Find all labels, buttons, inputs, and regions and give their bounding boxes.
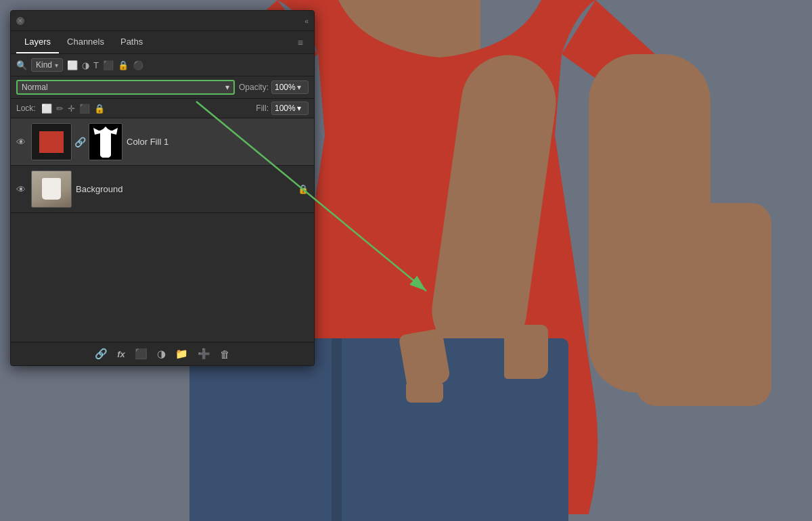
layer-visibility-icon-0[interactable]: 👁 (16, 137, 27, 148)
bg-thumb-shirt (42, 178, 61, 200)
lock-all-icon[interactable]: 🔒 (94, 104, 105, 114)
red-color-square (39, 131, 64, 153)
collapse-icon[interactable]: « (304, 17, 309, 25)
lock-icons: ⬜ ✏ ✛ ⬛ 🔒 (41, 104, 105, 114)
panel-menu-icon[interactable]: ≡ (292, 31, 309, 53)
lock-artboard-icon[interactable]: ⬛ (79, 104, 90, 114)
layers-empty-space (11, 213, 314, 342)
color-fill-preview (32, 124, 71, 160)
tab-channels[interactable]: Channels (59, 31, 112, 53)
close-icon[interactable]: ✕ (16, 17, 24, 25)
opacity-chevron: ▾ (297, 83, 301, 92)
layer-item-color-fill[interactable]: 👁 🔗 (11, 118, 314, 166)
filter-pixel-icon[interactable]: ⬜ (67, 60, 78, 70)
left-hand (399, 328, 451, 389)
svg-rect-3 (106, 155, 110, 158)
delete-layer-button[interactable]: 🗑 (220, 348, 230, 360)
new-layer-mask-button[interactable]: ◑ (157, 348, 166, 360)
blend-row: Normal ▾ Opacity: 100% ▾ (11, 76, 314, 99)
lock-label: Lock: (16, 104, 36, 113)
panel-toolbar: 🔗 fx ⬛ ◑ 📁 ➕ 🗑 (11, 342, 314, 365)
opacity-label: Opacity: (239, 83, 269, 92)
fill-value: 100% (275, 104, 296, 113)
fill-label: Fill: (256, 104, 269, 113)
layer-lock-icon-1: 🔒 (298, 184, 309, 194)
layer-thumb-1 (31, 171, 72, 208)
layer-chain-icon-0: 🔗 (72, 137, 89, 148)
onesie-icon (92, 125, 119, 159)
search-icon: 🔍 (16, 60, 27, 70)
panel-titlebar: ✕ « (11, 11, 314, 31)
layers-list: 👁 🔗 (11, 118, 314, 342)
blend-mode-dropdown[interactable]: Normal ▾ (16, 80, 235, 95)
svg-rect-2 (102, 155, 105, 158)
jeans-seam (332, 338, 342, 521)
opacity-container: Opacity: 100% ▾ (239, 81, 309, 94)
layer-thumb-wrapper-0: 🔗 (31, 123, 122, 160)
link-layers-button[interactable]: 🔗 (95, 348, 108, 360)
new-layer-button[interactable]: ➕ (198, 348, 210, 360)
new-group-button[interactable]: 📁 (175, 348, 188, 360)
layer-item-background[interactable]: 👁 Background 🔒 (11, 166, 314, 213)
filter-chevron: ▾ (55, 62, 58, 69)
blend-mode-label: Normal (22, 83, 48, 92)
filter-kind-dropdown[interactable]: Kind ▾ (31, 58, 63, 72)
right-hand (504, 325, 548, 379)
opacity-value: 100% (275, 83, 296, 92)
tab-layers[interactable]: Layers (16, 31, 59, 53)
lock-row: Lock: ⬜ ✏ ✛ ⬛ 🔒 Fill: 100% ▾ (11, 99, 314, 118)
layer-mask-thumb-0 (89, 123, 122, 160)
fill-container: Fill: 100% ▾ (256, 101, 309, 115)
layers-panel: ✕ « Layers Channels Paths ≡ 🔍 Kind ▾ ⬜ ◑… (10, 10, 315, 366)
new-fill-adjustment-button[interactable]: ⬛ (135, 348, 148, 360)
lock-transparency-icon[interactable]: ⬜ (41, 104, 52, 114)
tab-paths[interactable]: Paths (112, 31, 151, 53)
filter-type-icon[interactable]: T (93, 60, 99, 70)
filter-more-icon[interactable]: ⚫ (133, 60, 143, 70)
panel-tabs: Layers Channels Paths ≡ (11, 31, 314, 54)
filter-adjustment-icon[interactable]: ◑ (82, 60, 89, 70)
filter-shape-icon[interactable]: ⬛ (103, 60, 114, 70)
filter-bar: 🔍 Kind ▾ ⬜ ◑ T ⬛ 🔒 ⚫ (11, 54, 314, 76)
fill-chevron: ▾ (297, 104, 301, 113)
lock-position-icon[interactable]: ✛ (68, 104, 75, 114)
bg-thumb-gradient (32, 171, 71, 207)
layer-thumb-0 (31, 123, 72, 160)
layer-name-0: Color Fill 1 (127, 137, 309, 147)
filter-smart-icon[interactable]: 🔒 (118, 60, 129, 70)
right-forearm (636, 203, 771, 406)
opacity-input[interactable]: 100% ▾ (271, 81, 309, 94)
fill-input[interactable]: 100% ▾ (271, 101, 309, 115)
blend-chevron: ▾ (225, 83, 229, 92)
fx-button[interactable]: fx (117, 349, 125, 359)
layer-name-1: Background (76, 184, 294, 194)
left-fingers (406, 382, 443, 403)
layer-thumb-wrapper-1 (31, 171, 72, 208)
lock-pixels-icon[interactable]: ✏ (56, 104, 64, 114)
layer-visibility-icon-1[interactable]: 👁 (16, 184, 27, 195)
